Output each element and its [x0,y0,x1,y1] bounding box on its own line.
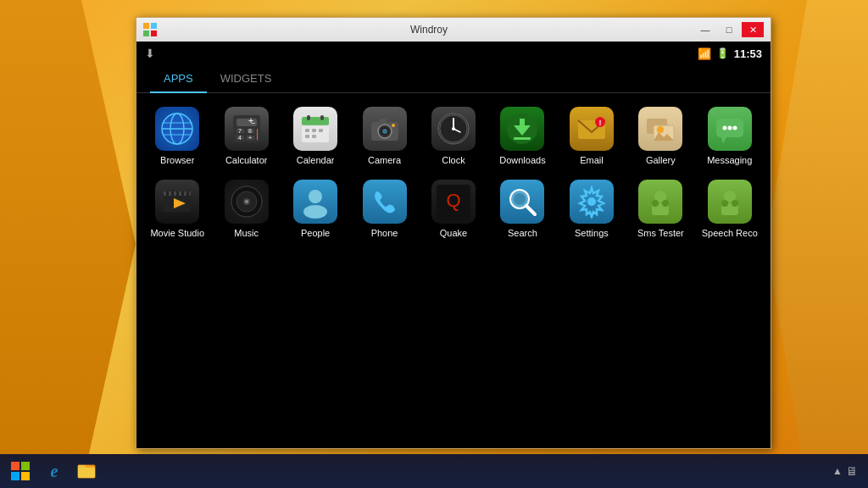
svg-rect-37 [380,119,387,123]
minimize-button[interactable]: — [694,22,716,37]
svg-point-38 [392,124,395,127]
app-item-camera[interactable]: Camera [352,102,416,170]
app-icon-email: ! [570,107,614,151]
taskbar-right: ▲ 🖥 [832,464,865,478]
app-label-clock: Clock [442,155,465,165]
app-item-clock[interactable]: Clock [421,102,486,170]
app-item-email[interactable]: !Email [559,102,624,170]
app-item-music[interactable]: Music [214,175,278,243]
app-item-calendar[interactable]: Calendar [283,102,348,170]
app-icon-search [500,180,544,224]
svg-rect-29 [312,129,316,132]
app-item-moviestudio[interactable]: Movie Studio [145,175,209,243]
svg-point-78 [514,193,526,205]
svg-rect-63 [171,191,174,196]
app-item-settings[interactable]: Settings [559,175,624,243]
app-label-settings: Settings [575,228,609,238]
svg-rect-3 [151,30,157,36]
app-item-smstester[interactable]: Sms Tester [628,175,693,243]
app-item-search[interactable]: Search [490,175,554,243]
app-label-music: Music [234,228,259,238]
app-label-camera: Camera [368,155,401,165]
svg-rect-32 [312,135,316,138]
svg-rect-62 [166,191,169,196]
app-item-downloads[interactable]: Downloads [490,102,554,170]
svg-point-58 [727,126,732,130]
start-button[interactable] [3,456,37,486]
taskbar-notify-monitor: 🖥 [846,464,858,478]
tab-bar: APPS WIDGETS [136,65,771,93]
svg-rect-2 [143,30,149,36]
apps-grid: Browser− + 784+CalculatorCalendarCameraC… [136,93,771,448]
app-label-calendar: Calendar [297,155,335,165]
window-title: Windroy [164,24,694,36]
app-icon-calculator: − + 784+ [225,107,269,151]
app-icon-people [293,180,337,224]
taskbar: e ▲ 🖥 [0,454,868,488]
app-item-quake[interactable]: QQuake [421,175,486,243]
svg-text:4: 4 [238,135,242,141]
app-icon-calendar [293,107,337,151]
svg-point-87 [732,200,738,207]
svg-point-36 [382,129,387,134]
svg-rect-89 [21,462,30,470]
app-icon [143,23,157,36]
svg-text:Q: Q [446,190,460,211]
app-label-moviestudio: Movie Studio [150,228,204,238]
svg-point-71 [245,200,248,203]
explorer-taskbar-icon[interactable] [71,456,102,486]
svg-point-86 [721,200,728,207]
svg-point-72 [309,190,322,203]
svg-point-73 [303,205,327,219]
download-icon: ⬇ [145,47,155,60]
svg-rect-26 [307,115,310,120]
svg-point-83 [662,200,669,207]
time-display: 11:53 [734,47,762,60]
app-icon-phone [363,180,407,224]
svg-rect-24 [302,117,329,125]
app-icon-messaging [708,107,752,151]
svg-rect-1 [151,23,157,29]
app-icon-downloads [500,107,544,151]
svg-rect-46 [520,119,525,129]
svg-point-57 [722,126,726,130]
close-button[interactable]: ✕ [742,22,764,37]
restore-button[interactable]: □ [718,22,740,37]
app-icon-quake: Q [431,180,476,224]
app-label-search: Search [508,228,537,238]
app-item-browser[interactable]: Browser [145,102,209,170]
taskbar-notify-arrow[interactable]: ▲ [832,465,843,477]
app-label-speechreco: Speech Reco [702,228,758,238]
tab-apps[interactable]: APPS [150,65,207,93]
svg-rect-31 [305,135,309,138]
app-icon-moviestudio [155,180,199,224]
app-item-phone[interactable]: Phone [352,175,416,243]
app-label-people: People [301,228,330,238]
svg-text:+: + [248,135,252,141]
svg-point-43 [452,127,455,130]
svg-text:8: 8 [248,128,252,134]
svg-marker-56 [721,137,726,144]
svg-rect-66 [186,191,189,196]
app-label-downloads: Downloads [499,155,545,165]
svg-rect-90 [11,472,19,480]
svg-rect-94 [78,468,95,478]
svg-rect-18 [257,129,258,140]
app-item-people[interactable]: People [283,175,348,243]
app-icon-gallery [638,107,682,151]
app-item-messaging[interactable]: Messaging [698,102,762,170]
svg-rect-47 [514,137,531,140]
windroy-window: Windroy — □ ✕ ⬇ 📶 🔋 11:53 APPS WIDGETS B… [136,17,771,449]
app-label-email: Email [580,155,604,165]
svg-rect-30 [319,129,323,132]
ie-taskbar-icon[interactable]: e [39,456,70,486]
app-item-gallery[interactable]: Gallery [628,102,693,170]
app-label-calculator: Calculator [225,155,268,165]
status-right: 📶 🔋 11:53 [698,47,762,60]
tab-widgets[interactable]: WIDGETS [207,65,286,92]
app-label-messaging: Messaging [707,155,752,165]
app-item-speechreco[interactable]: Speech Reco [698,175,762,243]
app-label-gallery: Gallery [646,155,676,165]
app-item-calculator[interactable]: − + 784+Calculator [214,102,278,170]
svg-point-53 [657,126,664,133]
